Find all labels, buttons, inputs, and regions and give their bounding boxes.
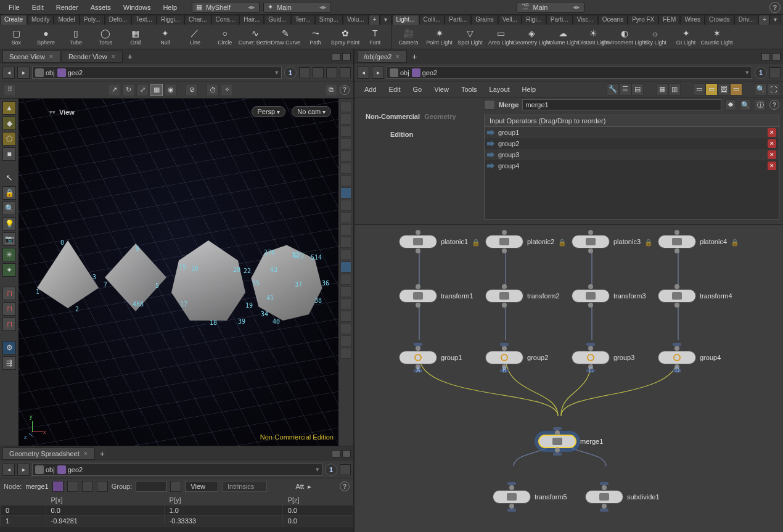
view-dropdown[interactable]: View [185, 481, 218, 492]
disp-g-icon[interactable] [340, 286, 351, 297]
tab-render-view[interactable]: Render View✕ [62, 51, 123, 63]
path-crumb-obj[interactable]: obj [35, 465, 55, 474]
shelf-tool-spot-light[interactable]: ▽Spot Light [455, 25, 486, 49]
net-menu-layout[interactable]: Layout [483, 83, 516, 96]
connector-in[interactable] [416, 346, 420, 351]
class-detail-icon[interactable] [97, 481, 108, 492]
node-body[interactable] [572, 351, 610, 364]
node-body[interactable] [658, 351, 696, 364]
connector-in[interactable] [502, 346, 507, 351]
node-body[interactable] [485, 351, 523, 364]
node-transform1[interactable]: transform1 [399, 289, 473, 303]
net-menu-add[interactable]: Add [358, 83, 383, 96]
shelf-tab-add[interactable]: + [758, 15, 769, 25]
node-group4[interactable]: group4D [658, 351, 721, 364]
shelf-tool-gi-light[interactable]: ✦GI Light [671, 25, 702, 49]
note-icon[interactable]: ▭ [693, 83, 705, 96]
column-header[interactable]: P[y] [164, 495, 282, 505]
shelf-tab[interactable]: Create [0, 15, 27, 25]
group-input[interactable] [136, 481, 166, 492]
tree-icon[interactable]: ☰ [619, 83, 631, 96]
disp-h-icon[interactable] [340, 298, 351, 309]
shelf-selector-left[interactable]: ▦ MyShelf◂▸ [192, 2, 260, 13]
shelf-tool-null[interactable]: ✦Null [150, 25, 180, 49]
input-row[interactable]: group3✕ [485, 149, 779, 160]
shelf-tab[interactable]: Vell... [498, 15, 522, 25]
input-row[interactable]: group4✕ [485, 160, 779, 171]
tab-scene-view[interactable]: Scene View✕ [2, 51, 60, 63]
connector-in[interactable] [416, 284, 420, 289]
tab-add[interactable]: + [124, 51, 136, 63]
pane-max-icon[interactable] [342, 53, 351, 60]
shelf-tab[interactable]: Terr... [291, 15, 315, 25]
pane-min-icon[interactable] [332, 53, 340, 60]
shelf-tool-sky-light[interactable]: ☼Sky Light [640, 25, 671, 49]
path-crumb-geo[interactable]: geo2 [57, 465, 83, 474]
shelf-tab[interactable]: Volu... [343, 15, 369, 25]
disp-e-icon[interactable] [340, 249, 351, 260]
tree-tool-icon[interactable]: ✳ [2, 248, 16, 261]
shelf-tool-path[interactable]: ⤳Path [300, 25, 330, 49]
shelf-tab[interactable]: Char... [184, 15, 211, 25]
light-tool-icon[interactable]: 💡 [2, 217, 16, 231]
box-icon[interactable]: ▭ [730, 83, 742, 96]
shelf-tab[interactable]: Parti... [445, 15, 471, 25]
connector-out[interactable] [555, 448, 560, 452]
help-icon[interactable]: ? [769, 2, 781, 13]
node-transform4[interactable]: transform4 [658, 289, 732, 303]
chevron-down-icon[interactable]: ▸ [308, 483, 311, 491]
node-body[interactable] [572, 289, 610, 303]
shelf-tab[interactable]: Riggi... [157, 15, 184, 25]
delete-icon[interactable]: ✕ [768, 150, 776, 159]
link-icon[interactable] [769, 67, 781, 78]
menu-render[interactable]: Render [50, 1, 84, 14]
node-platonic1[interactable]: platonic1🔒 [399, 235, 478, 248]
intrinsics-dropdown[interactable]: Intrinsics [222, 481, 267, 492]
net-menu-help[interactable]: Help [516, 83, 543, 96]
connector-out[interactable] [674, 303, 679, 308]
close-icon[interactable]: ✕ [111, 54, 116, 60]
disp-light-icon[interactable] [340, 163, 351, 174]
axis-tool-icon[interactable]: ✦ [2, 263, 16, 277]
shelf-tab[interactable]: Poly... [80, 15, 105, 25]
shelf-selector-right[interactable]: ✦ Main◂▸ [263, 2, 331, 13]
path-crumb-obj[interactable]: obj [35, 68, 55, 77]
class-prim-icon[interactable] [82, 481, 93, 492]
time-icon[interactable]: ⏱ [207, 84, 219, 96]
shelf-tool-line[interactable]: ／Line [180, 25, 210, 49]
path-field[interactable]: obj geo2 ▾ [32, 67, 282, 79]
dispopt-icon[interactable] [340, 67, 351, 78]
connector-in[interactable] [502, 230, 507, 235]
connector-in[interactable] [674, 230, 679, 235]
node-transform5[interactable]: transform5 [493, 490, 567, 504]
shelf-tool-caustic-light[interactable]: ✶Caustic Light [702, 25, 732, 49]
shelf-tool-point-light[interactable]: ✷Point Light [424, 25, 455, 49]
close-icon[interactable]: ✕ [395, 54, 400, 60]
group-arrow-icon[interactable] [170, 481, 181, 492]
connector-in[interactable] [588, 230, 593, 235]
disp-eye-icon[interactable] [340, 138, 351, 149]
help-icon[interactable]: ? [769, 100, 779, 110]
node-group2[interactable]: group2B [485, 351, 548, 364]
sel-point-icon[interactable]: ◆ [2, 117, 16, 130]
shelf-tab[interactable]: Light... [392, 15, 419, 25]
menu-help[interactable]: Help [157, 1, 183, 14]
lock-icon[interactable]: 🔒 [2, 186, 16, 200]
chevron-down-icon[interactable]: ▾ [275, 68, 279, 76]
sticky-icon[interactable]: ▭ [705, 83, 718, 96]
grid2-icon[interactable]: ▥ [668, 83, 681, 96]
menu-assets[interactable]: Assets [84, 1, 117, 14]
net-menu-view[interactable]: View [428, 83, 455, 96]
connector-in[interactable] [502, 284, 507, 289]
node-platonic3[interactable]: platonic3🔒 [572, 235, 650, 248]
close-icon[interactable]: ✕ [83, 451, 88, 457]
disp-lock-icon[interactable] [340, 126, 351, 137]
node-body[interactable] [399, 235, 437, 248]
shelf-tab[interactable]: Parti... [546, 15, 573, 25]
connector-in[interactable] [674, 284, 679, 289]
shelf-tool-volume-light[interactable]: ☁Volume Light [547, 25, 578, 49]
node-transform3[interactable]: transform3 [572, 289, 646, 303]
shelf-tab[interactable]: Modify [27, 15, 54, 25]
node-body[interactable] [585, 490, 623, 504]
search-icon[interactable]: 🔍 [740, 99, 751, 110]
